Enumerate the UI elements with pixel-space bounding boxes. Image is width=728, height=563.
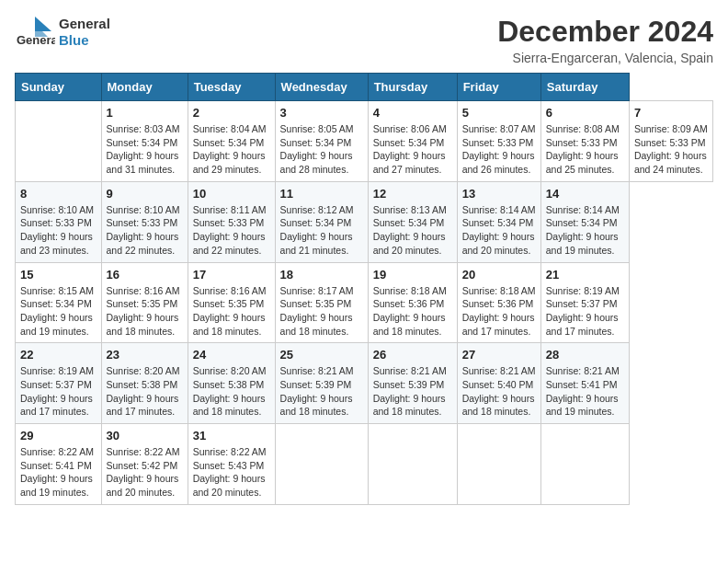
cell-content: Sunrise: 8:10 AMSunset: 5:33 PMDaylight:… xyxy=(20,203,97,258)
week-row-3: 15Sunrise: 8:15 AMSunset: 5:34 PMDayligh… xyxy=(16,262,713,343)
title-section: December 2024 Sierra-Engarceran, Valenci… xyxy=(497,15,713,65)
cell-content: Sunrise: 8:11 AMSunset: 5:33 PMDaylight:… xyxy=(193,203,270,258)
calendar-cell: 19Sunrise: 8:18 AMSunset: 5:36 PMDayligh… xyxy=(368,262,457,343)
cell-content: Sunrise: 8:08 AMSunset: 5:33 PMDaylight:… xyxy=(546,122,624,177)
calendar-cell: 9Sunrise: 8:10 AMSunset: 5:33 PMDaylight… xyxy=(101,181,188,262)
day-number: 16 xyxy=(107,268,183,282)
day-number: 18 xyxy=(280,268,363,282)
calendar-cell: 17Sunrise: 8:16 AMSunset: 5:35 PMDayligh… xyxy=(188,262,275,343)
week-row-1: 1Sunrise: 8:03 AMSunset: 5:34 PMDaylight… xyxy=(16,101,713,182)
logo: General General Blue xyxy=(15,15,110,48)
location: Sierra-Engarceran, Valencia, Spain xyxy=(497,51,713,65)
calendar-cell: 24Sunrise: 8:20 AMSunset: 5:38 PMDayligh… xyxy=(188,343,275,424)
cell-content: Sunrise: 8:09 AMSunset: 5:33 PMDaylight:… xyxy=(634,122,708,177)
day-number: 7 xyxy=(634,106,708,120)
calendar-cell: 25Sunrise: 8:21 AMSunset: 5:39 PMDayligh… xyxy=(275,343,368,424)
cell-content: Sunrise: 8:20 AMSunset: 5:38 PMDaylight:… xyxy=(107,364,183,419)
day-number: 11 xyxy=(280,187,363,201)
cell-content: Sunrise: 8:07 AMSunset: 5:33 PMDaylight:… xyxy=(462,122,536,177)
calendar-cell: 30Sunrise: 8:22 AMSunset: 5:42 PMDayligh… xyxy=(101,424,188,505)
cell-content: Sunrise: 8:18 AMSunset: 5:36 PMDaylight:… xyxy=(462,284,536,339)
cell-content: Sunrise: 8:22 AMSunset: 5:43 PMDaylight:… xyxy=(193,445,270,500)
day-number: 2 xyxy=(193,106,270,120)
day-number: 31 xyxy=(193,429,270,442)
day-number: 24 xyxy=(193,348,270,362)
cell-content: Sunrise: 8:22 AMSunset: 5:41 PMDaylight:… xyxy=(20,445,97,500)
weekday-header-row: SundayMondayTuesdayWednesdayThursdayFrid… xyxy=(16,74,713,101)
calendar-cell: 1Sunrise: 8:03 AMSunset: 5:34 PMDaylight… xyxy=(101,101,188,182)
calendar-cell xyxy=(16,101,102,182)
cell-content: Sunrise: 8:21 AMSunset: 5:39 PMDaylight:… xyxy=(280,364,363,419)
day-number: 28 xyxy=(546,348,624,362)
calendar-cell: 4Sunrise: 8:06 AMSunset: 5:34 PMDaylight… xyxy=(368,101,457,182)
cell-content: Sunrise: 8:22 AMSunset: 5:42 PMDaylight:… xyxy=(107,445,183,500)
logo-general-text: General xyxy=(59,16,110,31)
calendar-cell: 11Sunrise: 8:12 AMSunset: 5:34 PMDayligh… xyxy=(275,181,368,262)
calendar-cell: 20Sunrise: 8:18 AMSunset: 5:36 PMDayligh… xyxy=(457,262,540,343)
cell-content: Sunrise: 8:21 AMSunset: 5:39 PMDaylight:… xyxy=(373,364,452,419)
logo-blue-text: Blue xyxy=(59,32,89,48)
cell-content: Sunrise: 8:04 AMSunset: 5:34 PMDaylight:… xyxy=(193,122,270,177)
calendar-cell: 7Sunrise: 8:09 AMSunset: 5:33 PMDaylight… xyxy=(629,101,712,182)
calendar-cell: 12Sunrise: 8:13 AMSunset: 5:34 PMDayligh… xyxy=(368,181,457,262)
cell-content: Sunrise: 8:15 AMSunset: 5:34 PMDaylight:… xyxy=(20,284,97,339)
calendar-cell xyxy=(457,424,540,505)
calendar-cell xyxy=(368,424,457,505)
calendar-cell: 8Sunrise: 8:10 AMSunset: 5:33 PMDaylight… xyxy=(16,181,102,262)
calendar-cell: 18Sunrise: 8:17 AMSunset: 5:35 PMDayligh… xyxy=(275,262,368,343)
weekday-header-saturday: Saturday xyxy=(540,74,629,101)
cell-content: Sunrise: 8:17 AMSunset: 5:35 PMDaylight:… xyxy=(280,284,363,339)
cell-content: Sunrise: 8:14 AMSunset: 5:34 PMDaylight:… xyxy=(462,203,536,258)
calendar-cell: 22Sunrise: 8:19 AMSunset: 5:37 PMDayligh… xyxy=(16,343,102,424)
day-number: 23 xyxy=(107,348,183,362)
weekday-header-tuesday: Tuesday xyxy=(188,74,275,101)
calendar-cell: 3Sunrise: 8:05 AMSunset: 5:34 PMDaylight… xyxy=(275,101,368,182)
cell-content: Sunrise: 8:19 AMSunset: 5:37 PMDaylight:… xyxy=(20,364,97,419)
day-number: 29 xyxy=(20,429,97,442)
day-number: 21 xyxy=(546,268,624,282)
week-row-5: 29Sunrise: 8:22 AMSunset: 5:41 PMDayligh… xyxy=(16,424,713,505)
calendar-cell: 13Sunrise: 8:14 AMSunset: 5:34 PMDayligh… xyxy=(457,181,540,262)
calendar-cell: 6Sunrise: 8:08 AMSunset: 5:33 PMDaylight… xyxy=(540,101,629,182)
cell-content: Sunrise: 8:21 AMSunset: 5:41 PMDaylight:… xyxy=(546,364,624,419)
day-number: 15 xyxy=(20,268,97,282)
day-number: 20 xyxy=(462,268,536,282)
calendar-cell: 16Sunrise: 8:16 AMSunset: 5:35 PMDayligh… xyxy=(101,262,188,343)
calendar-cell: 21Sunrise: 8:19 AMSunset: 5:37 PMDayligh… xyxy=(540,262,629,343)
calendar-cell: 28Sunrise: 8:21 AMSunset: 5:41 PMDayligh… xyxy=(540,343,629,424)
day-number: 1 xyxy=(107,106,183,120)
week-row-4: 22Sunrise: 8:19 AMSunset: 5:37 PMDayligh… xyxy=(16,343,713,424)
cell-content: Sunrise: 8:16 AMSunset: 5:35 PMDaylight:… xyxy=(193,284,270,339)
svg-text:General: General xyxy=(17,33,55,47)
cell-content: Sunrise: 8:13 AMSunset: 5:34 PMDaylight:… xyxy=(373,203,452,258)
month-title: December 2024 xyxy=(497,15,713,49)
calendar-table: SundayMondayTuesdayWednesdayThursdayFrid… xyxy=(15,73,713,505)
day-number: 9 xyxy=(107,187,183,201)
weekday-header-friday: Friday xyxy=(457,74,540,101)
calendar-cell: 15Sunrise: 8:15 AMSunset: 5:34 PMDayligh… xyxy=(16,262,102,343)
calendar-cell: 2Sunrise: 8:04 AMSunset: 5:34 PMDaylight… xyxy=(188,101,275,182)
day-number: 14 xyxy=(546,187,624,201)
day-number: 3 xyxy=(280,106,363,120)
calendar-cell xyxy=(275,424,368,505)
day-number: 6 xyxy=(546,106,624,120)
weekday-header-sunday: Sunday xyxy=(16,74,102,101)
calendar-cell xyxy=(540,424,629,505)
day-number: 10 xyxy=(193,187,270,201)
day-number: 25 xyxy=(280,348,363,362)
weekday-header-monday: Monday xyxy=(101,74,188,101)
day-number: 30 xyxy=(107,429,183,442)
calendar-cell: 23Sunrise: 8:20 AMSunset: 5:38 PMDayligh… xyxy=(101,343,188,424)
day-number: 5 xyxy=(462,106,536,120)
weekday-header-thursday: Thursday xyxy=(368,74,457,101)
calendar-cell: 29Sunrise: 8:22 AMSunset: 5:41 PMDayligh… xyxy=(16,424,102,505)
day-number: 13 xyxy=(462,187,536,201)
cell-content: Sunrise: 8:20 AMSunset: 5:38 PMDaylight:… xyxy=(193,364,270,419)
cell-content: Sunrise: 8:16 AMSunset: 5:35 PMDaylight:… xyxy=(107,284,183,339)
logo-icon: General xyxy=(15,15,55,48)
cell-content: Sunrise: 8:19 AMSunset: 5:37 PMDaylight:… xyxy=(546,284,624,339)
day-number: 12 xyxy=(373,187,452,201)
cell-content: Sunrise: 8:14 AMSunset: 5:34 PMDaylight:… xyxy=(546,203,624,258)
week-row-2: 8Sunrise: 8:10 AMSunset: 5:33 PMDaylight… xyxy=(16,181,713,262)
calendar-cell: 26Sunrise: 8:21 AMSunset: 5:39 PMDayligh… xyxy=(368,343,457,424)
